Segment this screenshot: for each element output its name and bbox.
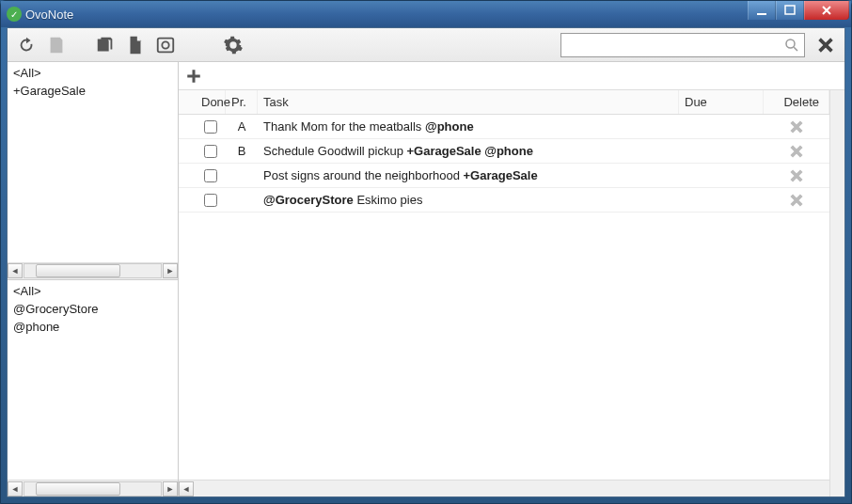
scroll-right-icon[interactable]: ►	[163, 263, 178, 278]
plus-icon	[185, 68, 202, 85]
scroll-left-icon[interactable]: ◄	[179, 481, 194, 496]
task-done-checkbox[interactable]	[204, 145, 217, 158]
task-delete-button[interactable]	[764, 167, 829, 184]
task-row[interactable]: AThank Mom for the meatballs @phone	[179, 115, 829, 139]
task-done-cell	[179, 145, 226, 158]
maximize-button[interactable]	[776, 1, 804, 20]
clear-search-button[interactable]	[813, 32, 839, 58]
task-text: Schedule Goodwill pickup +GarageSale @ph…	[258, 144, 679, 158]
main-vscroll[interactable]	[829, 90, 844, 496]
app-window: ✓ OvoNote	[0, 0, 852, 504]
task-grid-body: AThank Mom for the meatballs @phoneBSche…	[179, 115, 829, 480]
scroll-left-icon[interactable]: ◄	[8, 263, 23, 278]
projects-list[interactable]: <All> +GarageSale	[8, 62, 178, 262]
file-button[interactable]	[122, 32, 149, 58]
add-task-button[interactable]	[184, 67, 203, 86]
save-icon	[46, 35, 67, 55]
task-done-cell	[179, 120, 226, 134]
svg-rect-0	[757, 13, 766, 15]
projects-panel: <All> +GarageSale ◄ ►	[8, 62, 178, 280]
archive-icon	[155, 35, 176, 55]
close-button[interactable]	[804, 1, 849, 20]
scroll-thumb[interactable]	[36, 264, 120, 277]
toolbar	[8, 28, 844, 62]
task-text: Post signs around the neighborhood +Gara…	[258, 168, 679, 182]
svg-point-4	[786, 39, 795, 48]
saveall-button[interactable]	[92, 32, 118, 58]
sidebar-item[interactable]: <All>	[13, 64, 172, 82]
archive-button[interactable]	[152, 32, 179, 58]
close-icon	[815, 35, 836, 55]
contexts-panel: <All> @GroceryStore @phone ◄ ►	[8, 280, 178, 497]
projects-hscroll[interactable]: ◄ ►	[8, 262, 178, 279]
main-area: Done Pr. Task Due Delete AThank Mom for …	[179, 62, 844, 496]
task-done-checkbox[interactable]	[204, 169, 217, 182]
scroll-right-icon[interactable]: ►	[163, 481, 178, 496]
contexts-list[interactable]: <All> @GroceryStore @phone	[8, 280, 178, 480]
scroll-left-icon[interactable]: ◄	[8, 481, 23, 496]
task-row[interactable]: @GroceryStore Eskimo pies	[179, 188, 829, 213]
refresh-icon	[16, 35, 37, 55]
new-task-input[interactable]	[209, 65, 839, 87]
task-priority: A	[226, 119, 258, 134]
search-icon	[783, 37, 800, 54]
col-due[interactable]: Due	[679, 90, 764, 114]
save-all-icon	[95, 35, 116, 55]
window-title: OvoNote	[25, 8, 73, 22]
col-delete[interactable]: Delete	[764, 90, 829, 114]
contexts-hscroll[interactable]: ◄ ►	[8, 480, 178, 496]
delete-icon	[788, 167, 805, 184]
sidebar-item[interactable]: <All>	[13, 282, 172, 300]
settings-button[interactable]	[220, 32, 246, 58]
col-priority[interactable]: Pr.	[226, 90, 258, 114]
titlebar[interactable]: ✓ OvoNote	[1, 1, 851, 27]
col-task[interactable]: Task	[258, 90, 679, 114]
sidebar-item[interactable]: @GroceryStore	[13, 300, 172, 318]
app-icon: ✓	[7, 7, 22, 22]
task-grid-header: Done Pr. Task Due Delete	[179, 90, 829, 115]
task-done-checkbox[interactable]	[204, 120, 217, 134]
delete-icon	[788, 118, 805, 135]
sidebar-item[interactable]: @phone	[13, 318, 172, 336]
add-task-row	[179, 62, 844, 90]
task-row[interactable]: BSchedule Goodwill pickup +GarageSale @p…	[179, 139, 829, 164]
task-done-cell	[179, 194, 226, 207]
col-done[interactable]: Done	[179, 90, 226, 114]
sidebar: <All> +GarageSale ◄ ► <All> @GroceryStor…	[8, 62, 179, 496]
task-row[interactable]: Post signs around the neighborhood +Gara…	[179, 164, 829, 188]
save-button[interactable]	[43, 32, 70, 58]
delete-icon	[788, 192, 805, 209]
task-delete-button[interactable]	[764, 192, 829, 209]
task-done-checkbox[interactable]	[204, 194, 217, 207]
task-delete-button[interactable]	[764, 118, 829, 135]
svg-rect-2	[158, 38, 174, 52]
task-text: Thank Mom for the meatballs @phone	[258, 119, 679, 134]
gear-icon	[223, 35, 244, 55]
refresh-button[interactable]	[13, 32, 39, 58]
content-frame: <All> +GarageSale ◄ ► <All> @GroceryStor…	[7, 27, 845, 497]
search-button[interactable]	[780, 34, 804, 56]
task-priority: B	[226, 144, 258, 158]
svg-rect-1	[785, 6, 795, 14]
sidebar-item[interactable]: +GarageSale	[13, 82, 172, 100]
main-hscroll[interactable]: ◄	[179, 480, 829, 496]
delete-icon	[788, 143, 805, 160]
scroll-thumb[interactable]	[36, 482, 120, 496]
search-input[interactable]	[561, 34, 780, 56]
search-field-wrap	[560, 33, 805, 57]
task-done-cell	[179, 169, 226, 182]
task-text: @GroceryStore Eskimo pies	[258, 193, 679, 207]
task-delete-button[interactable]	[764, 143, 829, 160]
svg-point-3	[162, 41, 168, 48]
minimize-button[interactable]	[748, 1, 776, 20]
file-icon	[125, 35, 146, 55]
